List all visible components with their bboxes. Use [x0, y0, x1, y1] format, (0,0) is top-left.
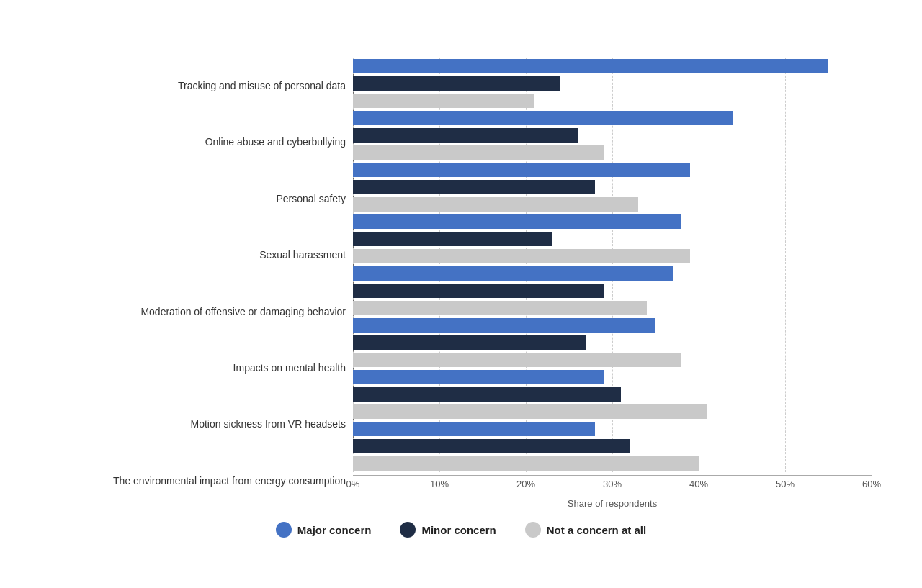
- bar-gray-4: [353, 301, 647, 315]
- y-label-7: The environmental impact from energy con…: [50, 455, 346, 507]
- chart-container: Tracking and misuse of personal dataOnli…: [29, 43, 893, 545]
- chart-area: Tracking and misuse of personal dataOnli…: [50, 58, 872, 509]
- bar-dark-0: [353, 76, 560, 91]
- bar-row-gray-3: [353, 249, 872, 263]
- x-tick-3: 30%: [603, 479, 622, 489]
- legend-label-1: Minor concern: [421, 524, 496, 536]
- bar-row-dark-7: [353, 439, 872, 453]
- bar-row-blue-6: [353, 370, 872, 384]
- bars-rows-wrapper: [353, 58, 872, 472]
- bar-blue-0: [353, 59, 828, 73]
- bar-gray-6: [353, 404, 707, 419]
- legend-label-2: Not a concern at all: [547, 524, 646, 536]
- bar-row-dark-5: [353, 335, 872, 350]
- x-axis-label: Share of respondents: [353, 498, 872, 509]
- y-label-4: Moderation of offensive or damaging beha…: [50, 286, 346, 338]
- bar-row-blue-2: [353, 163, 872, 177]
- bar-dark-1: [353, 128, 578, 143]
- bar-dark-5: [353, 335, 586, 350]
- category-group-0: [353, 58, 872, 109]
- y-label-3: Sexual harassment: [50, 229, 346, 281]
- bar-gray-0: [353, 94, 534, 108]
- x-tick-4: 40%: [689, 479, 708, 489]
- bar-dark-4: [353, 284, 604, 298]
- bar-blue-3: [353, 214, 681, 229]
- bar-row-blue-0: [353, 59, 872, 73]
- bar-gray-2: [353, 197, 638, 212]
- y-label-2: Personal safety: [50, 173, 346, 225]
- bar-row-dark-6: [353, 387, 872, 402]
- grid-line-6: [872, 58, 872, 472]
- bar-row-dark-2: [353, 180, 872, 194]
- bar-blue-7: [353, 422, 595, 436]
- bar-row-gray-0: [353, 94, 872, 108]
- y-label-1: Online abuse and cyberbullying: [50, 117, 346, 168]
- y-label-5: Impacts on mental health: [50, 342, 346, 394]
- legend-item-0: Major concern: [276, 522, 372, 538]
- x-tick-2: 20%: [516, 479, 535, 489]
- bar-row-dark-3: [353, 232, 872, 246]
- bar-row-blue-4: [353, 266, 872, 281]
- bar-row-gray-6: [353, 404, 872, 419]
- bar-blue-4: [353, 266, 673, 281]
- legend-item-1: Minor concern: [400, 522, 496, 538]
- bar-row-dark-1: [353, 128, 872, 143]
- category-group-3: [353, 213, 872, 265]
- legend-dot-2: [525, 522, 541, 538]
- y-label-0: Tracking and misuse of personal data: [50, 60, 346, 112]
- bar-row-dark-0: [353, 76, 872, 91]
- bars-section: 0%10%20%30%40%50%60% Share of respondent…: [353, 58, 872, 509]
- bar-row-blue-3: [353, 214, 872, 229]
- category-group-4: [353, 265, 872, 317]
- x-tick-6: 60%: [862, 479, 881, 489]
- legend-item-2: Not a concern at all: [525, 522, 646, 538]
- bar-row-dark-4: [353, 284, 872, 298]
- x-tick-5: 50%: [776, 479, 795, 489]
- y-label-6: Motion sickness from VR headsets: [50, 398, 346, 450]
- bar-dark-3: [353, 232, 552, 246]
- bar-gray-5: [353, 353, 681, 367]
- category-group-5: [353, 317, 872, 368]
- x-tick-1: 10%: [430, 479, 449, 489]
- bar-blue-5: [353, 318, 655, 333]
- bar-dark-7: [353, 439, 630, 453]
- category-group-6: [353, 368, 872, 420]
- legend: Major concernMinor concernNot a concern …: [50, 522, 872, 538]
- bar-row-gray-7: [353, 456, 872, 471]
- bar-gray-3: [353, 249, 690, 263]
- x-tick-0: 0%: [346, 479, 360, 489]
- y-labels: Tracking and misuse of personal dataOnli…: [50, 58, 353, 509]
- bar-dark-6: [353, 387, 621, 402]
- bar-row-gray-1: [353, 145, 872, 160]
- legend-label-0: Major concern: [297, 524, 372, 536]
- legend-dot-0: [276, 522, 292, 538]
- bar-row-gray-2: [353, 197, 872, 212]
- bar-row-gray-4: [353, 301, 872, 315]
- bar-gray-1: [353, 145, 604, 160]
- legend-dot-1: [400, 522, 416, 538]
- bar-blue-2: [353, 163, 690, 177]
- x-axis-wrapper: 0%10%20%30%40%50%60%: [353, 475, 872, 497]
- category-group-7: [353, 420, 872, 472]
- bar-row-blue-5: [353, 318, 872, 333]
- bar-gray-7: [353, 456, 699, 471]
- bar-row-blue-1: [353, 111, 872, 125]
- bar-row-blue-7: [353, 422, 872, 436]
- bar-blue-1: [353, 111, 733, 125]
- bar-dark-2: [353, 180, 595, 194]
- bar-row-gray-5: [353, 353, 872, 367]
- category-group-1: [353, 109, 872, 161]
- bar-blue-6: [353, 370, 604, 384]
- category-group-2: [353, 161, 872, 213]
